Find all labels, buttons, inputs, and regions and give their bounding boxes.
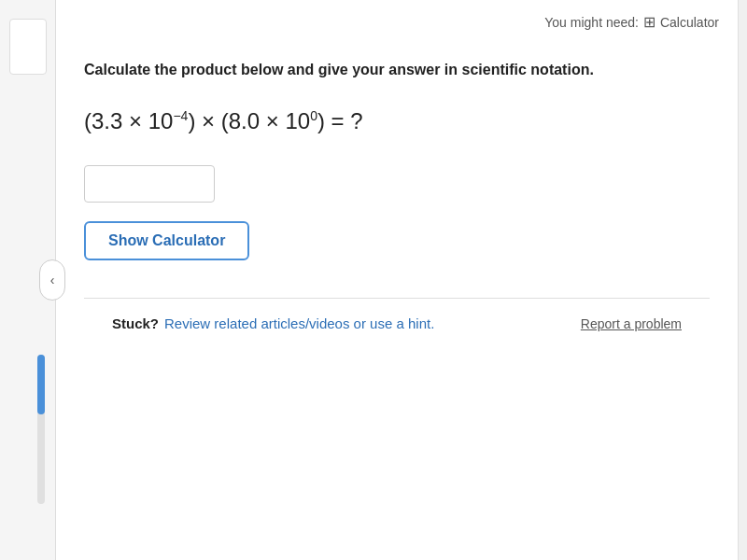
stuck-label: Stuck? [112, 315, 159, 331]
report-problem-link[interactable]: Report a problem [581, 316, 682, 331]
calculator-icon: ⊞ [643, 13, 655, 31]
main-content: You might need: ⊞ Calculator Calculate t… [56, 0, 738, 560]
stuck-bar: Stuck? Review related articles/videos or… [84, 315, 710, 331]
top-bar: You might need: ⊞ Calculator [56, 0, 738, 40]
show-calculator-button[interactable]: Show Calculator [84, 221, 249, 260]
question-instruction: Calculate the product below and give you… [84, 59, 710, 81]
math-expression: (3.3 × 10−4) × (8.0 × 100) = ? [84, 104, 710, 139]
stuck-left: Stuck? Review related articles/videos or… [112, 315, 434, 331]
calculator-link[interactable]: You might need: ⊞ Calculator [544, 13, 719, 31]
answer-input[interactable] [84, 165, 215, 203]
review-link[interactable]: Review related articles/videos or use a … [164, 315, 434, 331]
progress-bar-container [37, 355, 45, 504]
collapse-button[interactable]: ‹ [39, 259, 65, 301]
sidebar-tab[interactable] [9, 19, 47, 75]
progress-bar-fill [37, 355, 45, 414]
you-might-need-label: You might need: [544, 15, 639, 30]
calculator-label[interactable]: Calculator [660, 15, 719, 30]
section-divider [84, 298, 710, 299]
content-area: Calculate the product below and give you… [56, 40, 738, 560]
right-panel [738, 0, 747, 560]
